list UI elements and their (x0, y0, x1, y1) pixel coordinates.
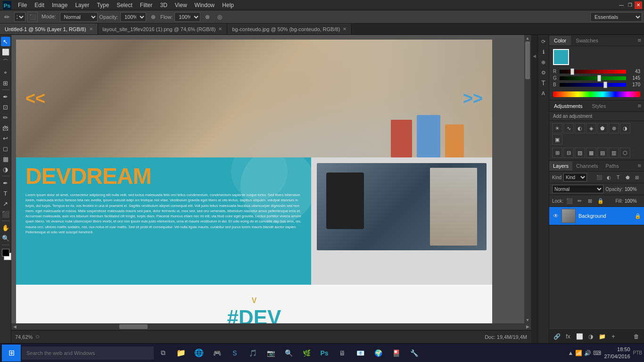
horizontal-scrollbar[interactable]: ◀ ▶ (11, 323, 531, 330)
gradient-tool[interactable]: ▦ (1, 154, 10, 164)
game-button[interactable]: 🎮 (208, 345, 225, 362)
layer-visibility-icon[interactable]: 👁 (552, 212, 560, 220)
doc-tab-3[interactable]: bg-conteudo.jpg @ 50% (bg-conteudo, RGB/… (227, 24, 352, 34)
brush-size-select[interactable]: 2 (14, 12, 25, 22)
lock-pixels-icon[interactable]: ⬛ (565, 197, 574, 205)
scroll-down-button[interactable]: ▼ (524, 317, 531, 323)
shape-tool[interactable]: ⬛ (1, 209, 10, 219)
curves-adj-icon[interactable]: ∿ (563, 123, 574, 133)
task-view-button[interactable]: ⧉ (155, 345, 172, 362)
doc-tab-1[interactable]: Untitled-1 @ 50% (Layer 1, RGB/8) ✕ (0, 24, 98, 34)
patch-tool[interactable]: ⊡ (1, 102, 10, 112)
hue-adj-icon[interactable]: ⬟ (597, 123, 608, 133)
swatches-tab[interactable]: Swatches (571, 36, 603, 45)
styles-tab[interactable]: Styles (587, 101, 611, 111)
zoom-tool[interactable]: 🔍 (1, 233, 10, 243)
taskbar-search-input[interactable] (22, 346, 154, 360)
tab-close-1[interactable]: ✕ (89, 26, 93, 32)
app5-button[interactable]: S (226, 345, 243, 362)
scroll-thumb[interactable] (525, 41, 530, 79)
photo-filter-adj-icon[interactable]: ▣ (552, 134, 562, 145)
vertical-scrollbar[interactable]: ▲ ▼ (524, 35, 531, 323)
filter-pixel-icon[interactable]: ⬛ (595, 173, 603, 181)
kind-select[interactable]: Kind (563, 173, 587, 181)
brush-preset-button[interactable]: ⬛ (27, 12, 38, 22)
invert-adj-icon[interactable]: ▨ (575, 148, 585, 158)
delete-layer-icon[interactable]: 🗑 (632, 332, 641, 341)
move-tool[interactable]: ↖ (1, 37, 10, 46)
lock-all-icon[interactable]: 🔒 (596, 197, 605, 205)
opacity-select[interactable]: 100% (120, 12, 146, 22)
color-spectrum[interactable] (553, 91, 640, 97)
taskbar-clock[interactable]: 18:50 27/04/2016 (604, 346, 630, 360)
gradient-map-adj-icon[interactable]: ▥ (609, 148, 619, 158)
adjustments-tab[interactable]: Adjustments (549, 101, 587, 111)
r-slider-handle[interactable] (570, 68, 574, 75)
tab-close-3[interactable]: ✕ (343, 26, 347, 32)
add-mask-icon[interactable]: ⬜ (575, 332, 584, 341)
app11-button[interactable]: 🖥 (334, 345, 351, 362)
app7-button[interactable]: 📷 (262, 345, 279, 362)
menu-file[interactable]: File (14, 1, 31, 9)
panel-collapse-left[interactable]: ◀ (531, 35, 537, 343)
start-button[interactable]: ⊞ (2, 345, 21, 362)
selective-color-adj-icon[interactable]: ⬡ (620, 148, 630, 158)
browser-button[interactable]: 🌐 (190, 345, 207, 362)
scroll-left-button[interactable]: ◀ (11, 323, 18, 330)
filter-shape-icon[interactable]: ⬟ (623, 173, 632, 181)
hand-tool[interactable]: ✋ (1, 223, 10, 232)
lock-artboard-icon[interactable]: ⊞ (586, 197, 594, 205)
restore-button[interactable]: ❐ (626, 1, 634, 9)
path-selection-tool[interactable]: ↗ (1, 199, 10, 208)
add-layer-icon[interactable]: + (609, 332, 618, 341)
layers-tab[interactable]: Layers (549, 161, 572, 171)
brush-tool[interactable]: ✏ (1, 113, 10, 122)
color-lookup-adj-icon[interactable]: ⊟ (563, 148, 574, 158)
file-explorer-button[interactable]: 📁 (173, 345, 190, 362)
color-panel-menu[interactable]: ≡ (635, 35, 644, 46)
app13-button[interactable]: 🌍 (370, 345, 387, 362)
color-balance-adj-icon[interactable]: ⊗ (609, 123, 619, 133)
menu-window[interactable]: Window (191, 1, 219, 9)
layers-panel-menu[interactable]: ≡ (635, 160, 644, 171)
b-slider-handle[interactable] (603, 82, 607, 88)
app8-button[interactable]: 🔍 (280, 345, 297, 362)
lock-position-icon[interactable]: ✏ (576, 197, 584, 205)
menu-edit[interactable]: Edit (31, 1, 48, 9)
vibrance-adj-icon[interactable]: ◈ (586, 123, 596, 133)
menu-select[interactable]: Select (113, 1, 136, 9)
menu-help[interactable]: Help (218, 1, 238, 9)
app15-button[interactable]: 🔧 (405, 345, 422, 362)
doc-tab-2[interactable]: layout_site_19fev2016 (1).png @ 74,6% (R… (98, 24, 228, 34)
add-style-icon[interactable]: fx (563, 332, 573, 341)
channels-tab[interactable]: Channels (572, 161, 602, 171)
char-panel-icon[interactable]: A (539, 89, 548, 98)
link-layers-icon[interactable]: 🔗 (552, 332, 561, 341)
info-icon[interactable]: ℹ (539, 47, 548, 57)
text-panel-icon[interactable]: T (539, 78, 548, 88)
filter-smart-icon[interactable]: ⊞ (633, 173, 641, 181)
text-tool[interactable]: T (1, 189, 10, 198)
volume-icon[interactable]: 🔊 (584, 350, 591, 356)
menu-layer[interactable]: Layer (71, 1, 93, 9)
hero-nav-right[interactable]: >> (463, 89, 483, 108)
app12-button[interactable]: 📧 (352, 345, 369, 362)
g-slider-track[interactable] (560, 76, 626, 80)
app9-button[interactable]: 🌿 (298, 345, 315, 362)
eraser-tool[interactable]: ◻ (1, 144, 10, 153)
paths-tab[interactable]: Paths (602, 161, 623, 171)
essentials-select[interactable]: Essentials (590, 12, 642, 22)
blend-mode-select[interactable]: Normal (552, 185, 603, 193)
crop-tool[interactable]: ⊞ (1, 78, 10, 88)
scroll-right-button[interactable]: ▶ (524, 323, 531, 330)
scroll-up-button[interactable]: ▲ (524, 35, 531, 41)
menu-type[interactable]: Type (93, 1, 113, 9)
flow-select[interactable]: 100% (174, 12, 200, 22)
add-adjustment-icon[interactable]: ◑ (586, 332, 595, 341)
marquee-tool[interactable]: ⬜ (1, 47, 10, 57)
menu-filter[interactable]: Filter (136, 1, 157, 9)
pen-tool[interactable]: ✒ (1, 178, 10, 188)
menu-view[interactable]: View (171, 1, 191, 9)
threshold-adj-icon[interactable]: ▤ (597, 148, 608, 158)
foreground-background-colors[interactable] (2, 249, 9, 264)
